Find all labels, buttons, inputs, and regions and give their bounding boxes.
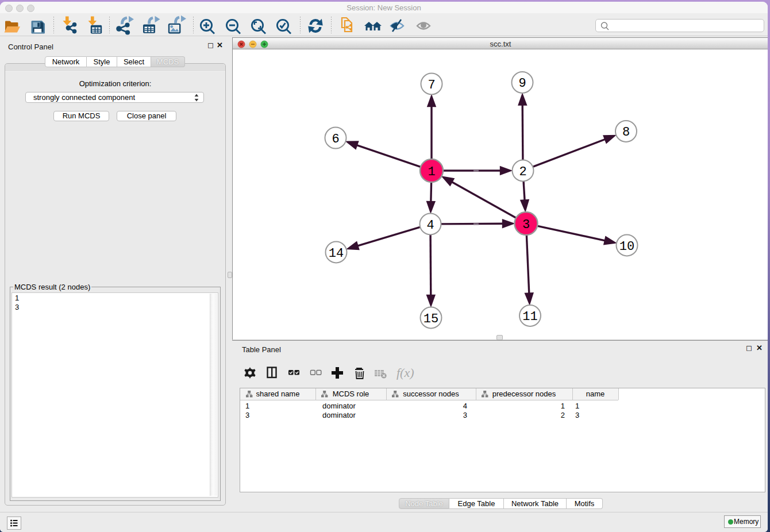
svg-text:f(x): f(x) bbox=[396, 365, 414, 380]
svg-text:1: 1 bbox=[428, 165, 435, 179]
svg-text:15: 15 bbox=[424, 312, 438, 326]
svg-text:14: 14 bbox=[329, 246, 344, 261]
svg-text:10: 10 bbox=[619, 240, 634, 254]
svg-text:9: 9 bbox=[518, 76, 526, 91]
svg-text:4: 4 bbox=[426, 218, 434, 233]
svg-text:8: 8 bbox=[622, 125, 630, 140]
svg-text:7: 7 bbox=[428, 78, 435, 92]
svg-text:3: 3 bbox=[522, 218, 530, 232]
svg-text:2: 2 bbox=[519, 165, 526, 179]
svg-text:6: 6 bbox=[332, 132, 339, 147]
svg-text:11: 11 bbox=[522, 310, 537, 324]
